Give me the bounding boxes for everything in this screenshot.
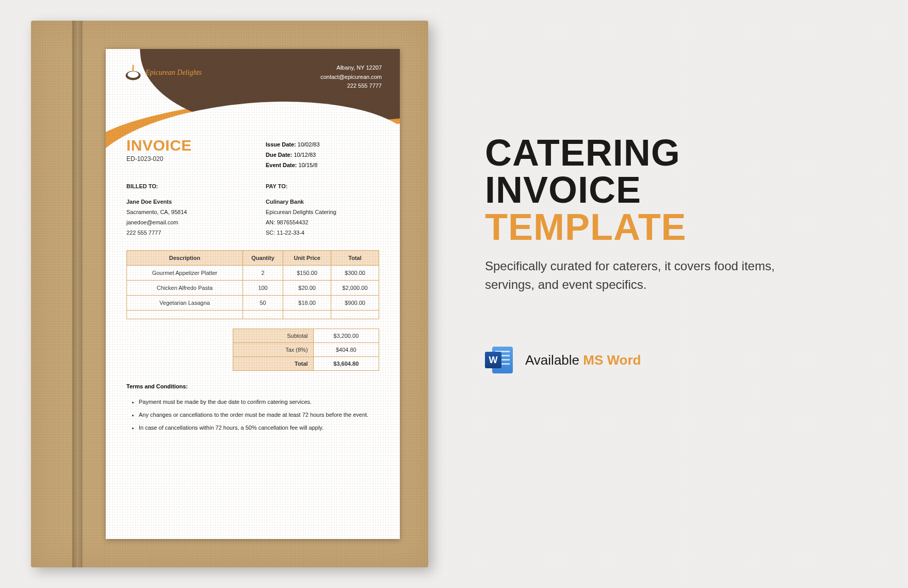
avail-app: MS Word <box>583 352 641 368</box>
invoice-title: INVOICE <box>126 137 240 154</box>
billed-to-email: janedoe@email.com <box>126 218 240 228</box>
pay-to-an: 9876554432 <box>277 219 308 225</box>
terms-item: In case of cancellations within 72 hours… <box>139 422 379 433</box>
header-wave-brown <box>138 49 400 136</box>
billed-to-name: Jane Doe Events <box>126 197 240 207</box>
event-date-label: Event Date: <box>266 162 297 168</box>
pay-to-sc: 11-22-33-4 <box>277 230 304 236</box>
company-email: contact@epicurean.com <box>320 73 382 82</box>
cell-unit <box>283 311 331 319</box>
company-contact: Albany, NY 12207 contact@epicurean.com 2… <box>320 63 382 91</box>
svg-point-1 <box>127 71 139 78</box>
table-row: Chicken Alfredo Pasta 100 $20.00 $2,000.… <box>127 281 379 296</box>
tax-value: $404.80 <box>313 343 379 357</box>
th-total: Total <box>331 251 379 266</box>
billed-to-phone: 222 555 7777 <box>126 228 240 238</box>
pay-to-sc-label: SC: <box>266 230 275 236</box>
cell-desc: Vegetarian Lasagna <box>127 296 243 311</box>
items-tbody: Gourmet Appetizer Platter 2 $150.00 $300… <box>127 266 379 319</box>
billed-to-label: BILLED TO: <box>126 182 240 192</box>
cell-unit: $150.00 <box>283 266 331 281</box>
terms-item: Any changes or cancellations to the orde… <box>139 410 379 420</box>
cell-desc <box>127 311 243 319</box>
billed-to-block: BILLED TO: Jane Doe Events Sacramento, C… <box>126 182 240 238</box>
totals-table: Subtotal $3,200.00 Tax (8%) $404.80 Tota… <box>233 329 379 371</box>
invoice-number: ED-1023-020 <box>126 155 240 162</box>
terms-heading: Terms and Conditions: <box>126 383 379 389</box>
issue-date: 10/02/83 <box>298 141 320 148</box>
avail-prefix: Available <box>525 352 579 368</box>
promo-subtitle: Specifically curated for caterers, it co… <box>485 257 784 294</box>
table-row: Gourmet Appetizer Platter 2 $150.00 $300… <box>127 266 379 281</box>
cell-unit: $20.00 <box>283 281 331 296</box>
table-row: Vegetarian Lasagna 50 $18.00 $900.00 <box>127 296 379 311</box>
pay-to-label: PAY TO: <box>266 182 379 192</box>
promo-line-3: TEMPLATE <box>485 208 846 246</box>
availability-text: Available MS Word <box>525 352 641 368</box>
invoice-meta: Issue Date: 10/02/83 Due Date: 10/12/83 … <box>266 140 379 170</box>
invoice-page: Epicurean Delights Albany, NY 12207 cont… <box>106 49 400 539</box>
cell-total <box>331 311 379 319</box>
company-address: Albany, NY 12207 <box>320 63 382 73</box>
cell-total: $300.00 <box>331 266 379 281</box>
terms-list: Payment must be made by the due date to … <box>139 397 379 433</box>
subtotal-value: $3,200.00 <box>313 329 379 343</box>
pay-to-an-label: AN: <box>266 219 275 225</box>
cell-qty: 2 <box>242 266 283 281</box>
terms-item: Payment must be made by the due date to … <box>139 397 379 407</box>
pay-to-company: Epicurean Delights Catering <box>266 207 379 218</box>
tax-label: Tax (8%) <box>233 343 313 357</box>
availability: W Available MS Word <box>485 346 846 374</box>
subtotal-label: Subtotal <box>233 329 313 343</box>
promo-panel: CATERING INVOICE TEMPLATE Specifically c… <box>485 134 846 374</box>
table-row <box>127 311 379 319</box>
folder-mockup: Epicurean Delights Albany, NY 12207 cont… <box>31 21 428 567</box>
word-icon-letter: W <box>485 352 501 368</box>
pay-to-block: PAY TO: Culinary Bank Epicurean Delights… <box>266 182 379 238</box>
pay-to-bank: Culinary Bank <box>266 197 379 207</box>
invoice-body: INVOICE ED-1023-020 Issue Date: 10/02/83… <box>106 126 400 433</box>
promo-line-1: CATERING <box>485 134 846 171</box>
company-phone: 222 555 7777 <box>320 81 382 91</box>
header: Epicurean Delights Albany, NY 12207 cont… <box>106 49 400 126</box>
cell-desc: Gourmet Appetizer Platter <box>127 266 243 281</box>
total-value: $3,604.80 <box>313 357 379 371</box>
cell-qty: 50 <box>242 296 283 311</box>
due-date-label: Due Date: <box>266 152 292 158</box>
due-date: 10/12/83 <box>294 152 316 158</box>
cell-total: $900.00 <box>331 296 379 311</box>
logo-icon <box>124 63 142 82</box>
cell-desc: Chicken Alfredo Pasta <box>127 281 243 296</box>
th-description: Description <box>127 251 243 266</box>
cell-qty: 100 <box>242 281 283 296</box>
ms-word-icon: W <box>485 346 514 374</box>
promo-line-2: INVOICE <box>485 171 846 208</box>
company-name: Epicurean Delights <box>145 69 202 76</box>
cell-unit: $18.00 <box>283 296 331 311</box>
company-logo: Epicurean Delights <box>124 63 202 82</box>
th-quantity: Quantity <box>242 251 283 266</box>
cell-total: $2,000.00 <box>331 281 379 296</box>
items-table: Description Quantity Unit Price Total Go… <box>126 250 379 319</box>
cell-qty <box>242 311 283 319</box>
th-unit-price: Unit Price <box>283 251 331 266</box>
event-date: 10/15/8 <box>299 162 318 168</box>
promo-title: CATERING INVOICE TEMPLATE <box>485 134 846 246</box>
billed-to-city: Sacramento, CA, 95814 <box>126 207 240 218</box>
issue-date-label: Issue Date: <box>266 141 296 148</box>
total-label: Total <box>233 357 313 371</box>
